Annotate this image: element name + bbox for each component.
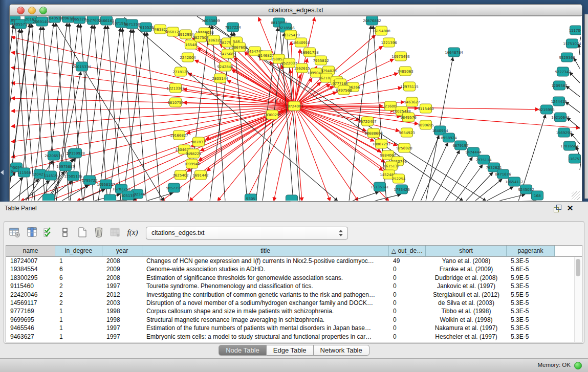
cell-out_degree[interactable]: 0 [389, 282, 426, 290]
cell-year[interactable]: 1998 [102, 316, 142, 324]
table-row[interactable]: 946554611997Estimation of the future num… [6, 324, 582, 332]
table-settings-icon[interactable] [8, 226, 21, 239]
cell-in_degree[interactable]: 1 [55, 324, 102, 332]
cell-short[interactable]: Hescheler et al. (1997) [426, 333, 507, 341]
table-row[interactable]: 911546021997Tourette syndrome. Phenomeno… [6, 282, 582, 290]
cell-short[interactable]: Jankovic et al. (1997) [426, 282, 507, 290]
table-vertical-scrollbar[interactable] [574, 257, 582, 342]
cell-out_degree[interactable]: 0 [389, 274, 426, 282]
cell-pagerank[interactable]: 5.3E-5 [507, 333, 555, 341]
cell-short[interactable]: Franke et al. (2009) [426, 265, 507, 273]
cell-in_degree[interactable]: 1 [55, 257, 102, 265]
cell-name[interactable]: 9465546 [6, 324, 55, 332]
cell-title[interactable]: Investigating the contribution of common… [142, 291, 389, 299]
cell-title[interactable]: Genome-wide association studies in ADHD. [142, 265, 389, 273]
cell-out_degree[interactable]: 0 [389, 291, 426, 299]
tab-node-table[interactable]: Node Table [219, 345, 267, 356]
citation-network-graph[interactable]: 1893714055714201632069140610405372096372… [10, 16, 581, 201]
table-row[interactable]: 969969511998Structural magnetic resonanc… [6, 316, 582, 324]
cell-out_degree[interactable]: 0 [389, 316, 426, 324]
cell-short[interactable]: Wolkin et al. (1998) [426, 316, 507, 324]
cell-pagerank[interactable]: 5.3E-5 [507, 257, 555, 265]
cell-in_degree[interactable]: 2 [55, 282, 102, 290]
cell-name[interactable]: 9115460 [6, 282, 55, 290]
cell-title[interactable]: Embryonic stem cells: a model to study s… [142, 333, 389, 341]
cell-pagerank[interactable]: 5.3E-5 [507, 282, 555, 290]
cell-name[interactable]: 14569117 [6, 299, 55, 307]
table-source-select[interactable]: citations_edges.txt [146, 227, 348, 239]
table-row[interactable]: 1872400712008Changes of HCN gene express… [6, 257, 582, 265]
cell-in_degree[interactable]: 2 [55, 291, 102, 299]
row-height-icon[interactable] [58, 226, 72, 239]
select-checkmarks-icon[interactable] [42, 226, 55, 239]
cell-year[interactable]: 2009 [102, 265, 142, 273]
column-header-in_degree[interactable]: in_degree [55, 246, 102, 257]
cell-name[interactable]: 22420046 [6, 291, 55, 299]
cell-in_degree[interactable]: 2 [55, 299, 102, 307]
cell-short[interactable]: Tibbo et al. (1998) [426, 307, 507, 315]
cell-pagerank[interactable]: 5.3E-5 [507, 307, 555, 315]
graph-node[interactable] [104, 194, 116, 201]
cell-short[interactable]: Nakamura et al. (1997) [426, 324, 507, 332]
window-titlebar[interactable]: citations_edges.txt [10, 5, 582, 16]
cell-title[interactable]: Tourette syndrome. Phenomenology and cla… [142, 282, 389, 290]
tab-network-table[interactable]: Network Table [314, 345, 369, 356]
cell-year[interactable]: 2008 [102, 257, 142, 265]
cell-short[interactable]: de Silva et al. (2003) [426, 299, 507, 307]
network-canvas[interactable]: 1893714055714201632069140610405372096372… [10, 16, 581, 201]
cell-short[interactable]: Dudbridge et al. (2008) [426, 274, 507, 282]
new-file-icon[interactable] [76, 226, 89, 239]
cell-out_degree[interactable]: 0 [389, 333, 426, 341]
panel-collapse-arrow-icon[interactable] [1, 170, 4, 175]
cell-year[interactable]: 2008 [102, 274, 142, 282]
scrollbar-thumb[interactable] [576, 259, 580, 276]
cell-in_degree[interactable]: 6 [55, 274, 102, 282]
graph-node[interactable] [286, 195, 298, 201]
delete-trash-icon[interactable] [92, 226, 105, 239]
float-window-icon[interactable] [552, 204, 561, 212]
cell-out_degree[interactable]: 0 [389, 265, 426, 273]
function-builder-icon[interactable]: f(x) [126, 226, 139, 239]
cell-year[interactable]: 1997 [102, 282, 142, 290]
table-row[interactable]: 977716911998Corpus callosum shape and si… [6, 307, 582, 315]
cell-year[interactable]: 1997 [102, 324, 142, 332]
cell-out_degree[interactable]: 0 [389, 299, 426, 307]
table-row[interactable]: 1938455462009Genome-wide association stu… [6, 265, 582, 273]
zoom-button[interactable] [39, 7, 47, 14]
cell-in_degree[interactable]: 6 [55, 265, 102, 273]
close-panel-icon[interactable]: ✕ [565, 204, 575, 212]
cell-title[interactable]: Structural magnetic resonance image aver… [142, 316, 389, 324]
cell-name[interactable]: 9699695 [6, 316, 55, 324]
resize-grip[interactable] [572, 191, 580, 200]
tab-edge-table[interactable]: Edge Table [267, 345, 314, 356]
cell-name[interactable]: 19384554 [6, 265, 55, 273]
graph-node[interactable] [43, 194, 55, 201]
cell-pagerank[interactable]: 5.5E-5 [507, 291, 555, 299]
table-row[interactable]: 946362711997Embryonic stem cells: a mode… [6, 333, 582, 341]
column-header-name[interactable]: name [6, 246, 55, 257]
cell-out_degree[interactable]: 49 [389, 257, 426, 265]
close-button[interactable] [17, 7, 25, 14]
cell-title[interactable]: Changes of HCN gene expression and I(f) … [142, 257, 389, 265]
column-header-title[interactable]: title [142, 246, 389, 257]
cell-out_degree[interactable]: 0 [389, 307, 426, 315]
cell-pagerank[interactable]: 5.3E-5 [507, 299, 555, 307]
cell-name[interactable]: 9777169 [6, 307, 55, 315]
cell-short[interactable]: Stergiakouli et al. (2012) [426, 291, 507, 299]
table-row[interactable]: 1456911722003Disruption of a novel membe… [6, 299, 582, 307]
minimize-button[interactable] [28, 7, 36, 14]
table-row[interactable]: 1830029562008Estimation of significance … [6, 274, 582, 282]
cell-year[interactable]: 1997 [102, 333, 142, 341]
right-panel-edge[interactable] [584, 14, 588, 199]
cell-in_degree[interactable]: 1 [55, 316, 102, 324]
cell-out_degree[interactable]: 0 [389, 324, 426, 332]
cell-year[interactable]: 2003 [102, 299, 142, 307]
column-header-pagerank[interactable]: pagerank [507, 246, 555, 257]
cell-year[interactable]: 2012 [102, 291, 142, 299]
table-row[interactable]: 2242004622012Investigating the contribut… [6, 291, 582, 299]
cell-pagerank[interactable]: 5.9E-5 [507, 274, 555, 282]
cell-pagerank[interactable]: 5.6E-5 [507, 265, 555, 273]
cell-name[interactable]: 9463627 [6, 333, 55, 341]
cell-title[interactable]: Estimation of the future numbers of pati… [142, 324, 389, 332]
table-column-icon[interactable] [26, 226, 39, 239]
